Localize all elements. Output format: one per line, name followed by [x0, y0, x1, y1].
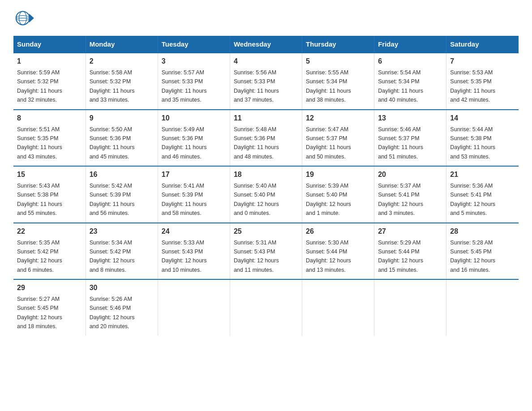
day-number: 19: [306, 169, 370, 180]
calendar-cell: 14Sunrise: 5:44 AMSunset: 5:38 PMDayligh…: [446, 110, 519, 167]
calendar-cell: 15Sunrise: 5:43 AMSunset: 5:38 PMDayligh…: [13, 166, 86, 223]
day-number: 6: [378, 56, 442, 67]
calendar-header-row: Sunday Monday Tuesday Wednesday Thursday…: [13, 36, 519, 53]
day-number: 28: [450, 226, 515, 237]
calendar-cell: 6Sunrise: 5:54 AMSunset: 5:34 PMDaylight…: [374, 53, 446, 110]
calendar-cell: 10Sunrise: 5:49 AMSunset: 5:36 PMDayligh…: [158, 110, 230, 167]
logo-icon: [13, 9, 36, 31]
day-number: 18: [234, 169, 298, 180]
calendar-cell: 27Sunrise: 5:29 AMSunset: 5:44 PMDayligh…: [374, 223, 446, 280]
day-number: 15: [17, 169, 82, 180]
day-number: 22: [17, 226, 82, 237]
day-number: 8: [17, 113, 82, 124]
day-number: 4: [234, 56, 298, 67]
day-info: Sunrise: 5:36 AMSunset: 5:41 PMDaylight:…: [450, 183, 495, 216]
day-info: Sunrise: 5:57 AMSunset: 5:33 PMDaylight:…: [162, 69, 207, 103]
day-number: 14: [450, 113, 515, 124]
logo: [13, 9, 37, 31]
calendar-cell: 4Sunrise: 5:56 AMSunset: 5:33 PMDaylight…: [230, 53, 302, 110]
calendar-cell: 5Sunrise: 5:55 AMSunset: 5:34 PMDaylight…: [302, 53, 374, 110]
day-number: 7: [450, 56, 515, 67]
day-info: Sunrise: 5:49 AMSunset: 5:36 PMDaylight:…: [162, 126, 207, 160]
calendar-cell: 26Sunrise: 5:30 AMSunset: 5:44 PMDayligh…: [302, 223, 374, 280]
day-info: Sunrise: 5:34 AMSunset: 5:42 PMDaylight:…: [90, 240, 135, 273]
calendar-cell: 20Sunrise: 5:37 AMSunset: 5:41 PMDayligh…: [374, 166, 446, 223]
calendar-cell: 21Sunrise: 5:36 AMSunset: 5:41 PMDayligh…: [446, 166, 519, 223]
day-number: 9: [90, 113, 154, 124]
day-info: Sunrise: 5:40 AMSunset: 5:40 PMDaylight:…: [234, 183, 279, 216]
calendar-cell: 1Sunrise: 5:59 AMSunset: 5:32 PMDaylight…: [13, 53, 86, 110]
day-info: Sunrise: 5:27 AMSunset: 5:45 PMDaylight:…: [17, 296, 62, 330]
calendar-week-row: 29Sunrise: 5:27 AMSunset: 5:45 PMDayligh…: [13, 279, 519, 336]
calendar-cell: [446, 279, 519, 336]
calendar-cell: 7Sunrise: 5:53 AMSunset: 5:35 PMDaylight…: [446, 53, 519, 110]
day-number: 5: [306, 56, 370, 67]
calendar-cell: [302, 279, 374, 336]
day-info: Sunrise: 5:54 AMSunset: 5:34 PMDaylight:…: [378, 69, 423, 103]
calendar-week-row: 22Sunrise: 5:35 AMSunset: 5:42 PMDayligh…: [13, 223, 519, 280]
calendar-cell: 2Sunrise: 5:58 AMSunset: 5:32 PMDaylight…: [86, 53, 158, 110]
calendar-cell: [158, 279, 230, 336]
header-wednesday: Wednesday: [230, 36, 302, 53]
day-number: 3: [162, 56, 226, 67]
calendar-cell: 29Sunrise: 5:27 AMSunset: 5:45 PMDayligh…: [13, 279, 86, 336]
day-number: 1: [17, 56, 82, 67]
calendar-cell: [230, 279, 302, 336]
calendar-cell: 17Sunrise: 5:41 AMSunset: 5:39 PMDayligh…: [158, 166, 230, 223]
header-tuesday: Tuesday: [158, 36, 230, 53]
day-info: Sunrise: 5:53 AMSunset: 5:35 PMDaylight:…: [450, 69, 495, 103]
calendar-cell: 30Sunrise: 5:26 AMSunset: 5:46 PMDayligh…: [86, 279, 158, 336]
header-sunday: Sunday: [13, 36, 86, 53]
calendar-cell: 13Sunrise: 5:46 AMSunset: 5:37 PMDayligh…: [374, 110, 446, 167]
day-number: 25: [234, 226, 298, 237]
day-info: Sunrise: 5:59 AMSunset: 5:32 PMDaylight:…: [17, 69, 62, 103]
day-info: Sunrise: 5:28 AMSunset: 5:45 PMDaylight:…: [450, 240, 495, 273]
calendar-cell: 19Sunrise: 5:39 AMSunset: 5:40 PMDayligh…: [302, 166, 374, 223]
day-info: Sunrise: 5:46 AMSunset: 5:37 PMDaylight:…: [378, 126, 423, 160]
day-info: Sunrise: 5:31 AMSunset: 5:43 PMDaylight:…: [234, 240, 279, 273]
day-info: Sunrise: 5:35 AMSunset: 5:42 PMDaylight:…: [17, 240, 62, 273]
day-info: Sunrise: 5:37 AMSunset: 5:41 PMDaylight:…: [378, 183, 423, 216]
calendar-cell: 22Sunrise: 5:35 AMSunset: 5:42 PMDayligh…: [13, 223, 86, 280]
day-info: Sunrise: 5:39 AMSunset: 5:40 PMDaylight:…: [306, 183, 351, 216]
day-number: 23: [90, 226, 154, 237]
calendar-cell: 25Sunrise: 5:31 AMSunset: 5:43 PMDayligh…: [230, 223, 302, 280]
day-number: 29: [17, 283, 82, 293]
calendar-cell: [374, 279, 446, 336]
calendar-cell: 8Sunrise: 5:51 AMSunset: 5:35 PMDaylight…: [13, 110, 86, 167]
day-info: Sunrise: 5:26 AMSunset: 5:46 PMDaylight:…: [90, 296, 135, 330]
day-number: 2: [90, 56, 154, 67]
calendar-cell: 3Sunrise: 5:57 AMSunset: 5:33 PMDaylight…: [158, 53, 230, 110]
day-number: 11: [234, 113, 298, 124]
day-number: 21: [450, 169, 515, 180]
calendar-week-row: 1Sunrise: 5:59 AMSunset: 5:32 PMDaylight…: [13, 53, 519, 110]
day-info: Sunrise: 5:43 AMSunset: 5:38 PMDaylight:…: [17, 183, 62, 216]
calendar-cell: 12Sunrise: 5:47 AMSunset: 5:37 PMDayligh…: [302, 110, 374, 167]
day-info: Sunrise: 5:48 AMSunset: 5:36 PMDaylight:…: [234, 126, 279, 160]
calendar-cell: 24Sunrise: 5:33 AMSunset: 5:43 PMDayligh…: [158, 223, 230, 280]
day-info: Sunrise: 5:55 AMSunset: 5:34 PMDaylight:…: [306, 69, 351, 103]
day-number: 27: [378, 226, 442, 237]
header-friday: Friday: [374, 36, 446, 53]
day-info: Sunrise: 5:42 AMSunset: 5:39 PMDaylight:…: [90, 183, 135, 216]
header-monday: Monday: [86, 36, 158, 53]
page-header: [13, 9, 519, 31]
calendar-cell: 11Sunrise: 5:48 AMSunset: 5:36 PMDayligh…: [230, 110, 302, 167]
calendar-cell: 18Sunrise: 5:40 AMSunset: 5:40 PMDayligh…: [230, 166, 302, 223]
calendar-week-row: 15Sunrise: 5:43 AMSunset: 5:38 PMDayligh…: [13, 166, 519, 223]
day-number: 12: [306, 113, 370, 124]
calendar-table: Sunday Monday Tuesday Wednesday Thursday…: [13, 36, 519, 336]
day-info: Sunrise: 5:33 AMSunset: 5:43 PMDaylight:…: [162, 240, 207, 273]
header-thursday: Thursday: [302, 36, 374, 53]
day-info: Sunrise: 5:56 AMSunset: 5:33 PMDaylight:…: [234, 69, 279, 103]
calendar-cell: 9Sunrise: 5:50 AMSunset: 5:36 PMDaylight…: [86, 110, 158, 167]
day-number: 16: [90, 169, 154, 180]
calendar-cell: 28Sunrise: 5:28 AMSunset: 5:45 PMDayligh…: [446, 223, 519, 280]
calendar-cell: 16Sunrise: 5:42 AMSunset: 5:39 PMDayligh…: [86, 166, 158, 223]
day-info: Sunrise: 5:30 AMSunset: 5:44 PMDaylight:…: [306, 240, 351, 273]
header-saturday: Saturday: [446, 36, 519, 53]
day-number: 30: [90, 283, 154, 293]
calendar-cell: 23Sunrise: 5:34 AMSunset: 5:42 PMDayligh…: [86, 223, 158, 280]
day-number: 10: [162, 113, 226, 124]
day-info: Sunrise: 5:44 AMSunset: 5:38 PMDaylight:…: [450, 126, 495, 160]
